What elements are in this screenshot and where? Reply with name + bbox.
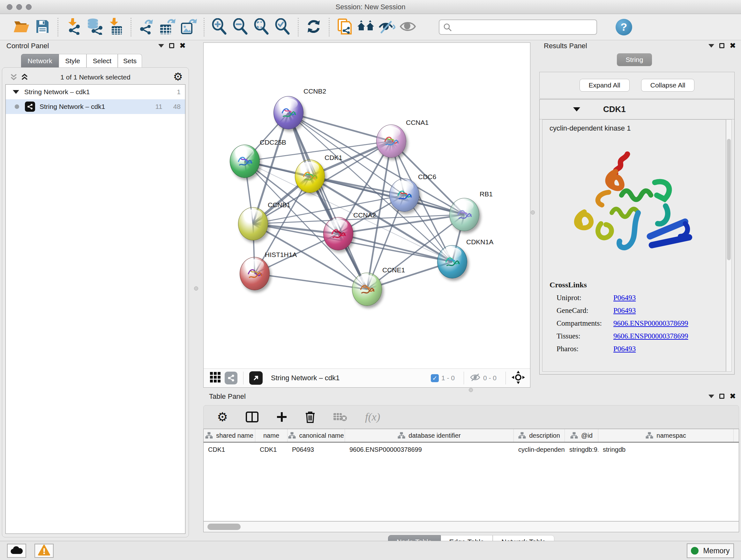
node-label-HIST1H1A: HIST1H1A	[265, 251, 297, 259]
column-header-description[interactable]: description	[514, 429, 565, 442]
crosslink-link[interactable]: 9606.ENSP00000378699	[613, 319, 688, 327]
memory-button[interactable]: Memory	[687, 543, 734, 558]
selected-counts: 1 - 0	[441, 374, 455, 382]
results-scrollbar[interactable]	[726, 119, 732, 372]
column-header--id[interactable]: @id	[565, 429, 598, 442]
show-all-button[interactable]	[397, 17, 418, 37]
crosslink-link[interactable]: P06493	[613, 345, 636, 353]
network-node-RB1[interactable]	[449, 198, 479, 231]
hide-selected-button[interactable]	[376, 17, 397, 37]
tab-select[interactable]: Select	[86, 54, 118, 67]
crosslink-link[interactable]: P06493	[613, 294, 636, 302]
export-table-button[interactable]	[157, 17, 178, 37]
zoom-selected-button[interactable]	[272, 17, 293, 37]
import-table-button[interactable]	[105, 17, 126, 37]
network-node-HIST1H1A[interactable]	[240, 257, 270, 290]
zoom-fit-button[interactable]	[251, 17, 272, 37]
column-header-canonical-name[interactable]: canonical name	[287, 429, 345, 442]
birds-eye-view-icon[interactable]	[512, 371, 525, 385]
network-canvas[interactable]: CCNB2CCNA1CDC25BCDK1CDC6RB1CCNB1CCNA2CDK…	[204, 43, 530, 368]
import-network-file-button[interactable]	[63, 17, 84, 37]
table-cell[interactable]: P06493	[287, 442, 345, 456]
panel-float-icon[interactable]	[169, 43, 174, 48]
save-session-button[interactable]	[32, 17, 53, 37]
panel-menu-icon[interactable]	[709, 395, 714, 398]
columns-icon[interactable]	[246, 412, 259, 422]
search-input[interactable]	[439, 19, 597, 35]
network-node-CCNB2[interactable]	[273, 96, 304, 129]
collapse-all-button[interactable]: Collapse All	[641, 79, 695, 91]
collection-expand-icon[interactable]	[13, 90, 19, 94]
grid-view-icon[interactable]	[209, 371, 221, 385]
network-node-CDK1[interactable]	[295, 160, 325, 193]
tab-sets[interactable]: Sets	[118, 54, 142, 67]
table-cell[interactable]: stringdb	[598, 442, 734, 456]
table-cell[interactable]: CDK1	[255, 442, 287, 456]
network-options-gear-icon[interactable]: ⚙	[173, 70, 183, 83]
panel-close-icon[interactable]: ✖	[730, 42, 736, 50]
panel-menu-icon[interactable]	[709, 44, 714, 48]
network-node-CCNA1[interactable]	[376, 125, 406, 158]
left-splitter-handle[interactable]	[194, 287, 198, 291]
export-network-button[interactable]	[136, 17, 157, 37]
crosslink-row: Compartments:9606.ENSP00000378699	[549, 319, 726, 327]
first-neighbors-button[interactable]	[355, 17, 376, 37]
entry-collapse-icon[interactable]	[573, 107, 580, 111]
cloud-button[interactable]	[7, 544, 26, 558]
horizontal-splitter-handle[interactable]	[469, 388, 473, 392]
results-tab-string[interactable]: String	[617, 53, 652, 66]
zoom-out-button[interactable]	[230, 17, 251, 37]
refresh-button[interactable]	[303, 17, 324, 37]
gear-icon[interactable]: ⚙	[217, 410, 228, 424]
network-view-type-icon[interactable]	[225, 372, 238, 384]
column-type-icon	[646, 432, 653, 439]
delete-icon[interactable]	[305, 411, 315, 423]
network-row[interactable]: String Network – cdk1 11 48	[6, 99, 185, 114]
zoom-in-button[interactable]	[209, 17, 230, 37]
panel-menu-icon[interactable]	[158, 44, 164, 48]
network-node-CCNE1[interactable]	[352, 273, 382, 306]
network-node-CDC6[interactable]	[389, 179, 419, 212]
panel-close-icon[interactable]: ✖	[730, 392, 736, 400]
open-session-button[interactable]	[11, 17, 32, 37]
selected-checkbox-icon[interactable]: ✓	[431, 374, 439, 382]
add-icon[interactable]	[276, 412, 287, 422]
column-header-namespac[interactable]: namespac	[598, 429, 734, 442]
column-header-shared-name[interactable]: shared name	[204, 429, 255, 442]
panel-float-icon[interactable]	[719, 394, 724, 399]
node-label-CDC25B: CDC25B	[260, 138, 286, 146]
warning-button[interactable]	[35, 544, 54, 558]
table-cell[interactable]: CDK1	[204, 442, 255, 456]
entry-header[interactable]: CDK1	[540, 100, 734, 119]
panel-close-icon[interactable]: ✖	[179, 42, 186, 50]
table-cell[interactable]: 9606.ENSP00000378699	[345, 442, 514, 456]
network-node-CCNB1[interactable]	[238, 207, 268, 240]
panel-float-icon[interactable]	[719, 43, 724, 48]
node-label-CCNA2: CCNA2	[353, 211, 376, 219]
crosslink-link[interactable]: P06493	[613, 307, 636, 315]
results-panel: Results Panel ✖ String Expand All Collap…	[535, 42, 739, 392]
network-collection-row[interactable]: String Network – cdk1 1	[6, 84, 185, 99]
table-cell[interactable]: stringdb:9...	[565, 442, 598, 456]
help-button[interactable]: ?	[616, 19, 632, 36]
duplicate-network-button[interactable]	[334, 17, 355, 37]
column-header-name[interactable]: name	[255, 429, 287, 442]
network-node-CCNA2[interactable]	[323, 217, 353, 250]
tab-style[interactable]: Style	[59, 54, 86, 67]
open-in-new-window-icon[interactable]	[249, 371, 263, 385]
tab-network[interactable]: Network	[21, 54, 59, 67]
column-type-icon	[398, 432, 405, 439]
right-splitter-handle[interactable]	[531, 210, 535, 214]
memory-status-icon	[691, 547, 698, 555]
crosslink-link[interactable]: 9606.ENSP00000378699	[613, 332, 688, 340]
table-cell[interactable]: cyclin-dependent ...	[514, 442, 565, 456]
import-network-database-button[interactable]	[84, 17, 105, 37]
export-image-button[interactable]	[178, 17, 199, 37]
table-horizontal-scrollbar[interactable]	[203, 521, 739, 532]
hidden-counts: 0 - 0	[483, 374, 496, 382]
column-header-database-identifier[interactable]: database identifier	[345, 429, 514, 442]
network-node-CDC25B[interactable]	[230, 145, 260, 178]
network-node-CDKN1A[interactable]	[437, 245, 467, 278]
expand-all-button[interactable]: Expand All	[580, 79, 630, 91]
table-panel: Table Panel ✖ ⚙ f(x) shared namenamecano…	[203, 392, 739, 539]
